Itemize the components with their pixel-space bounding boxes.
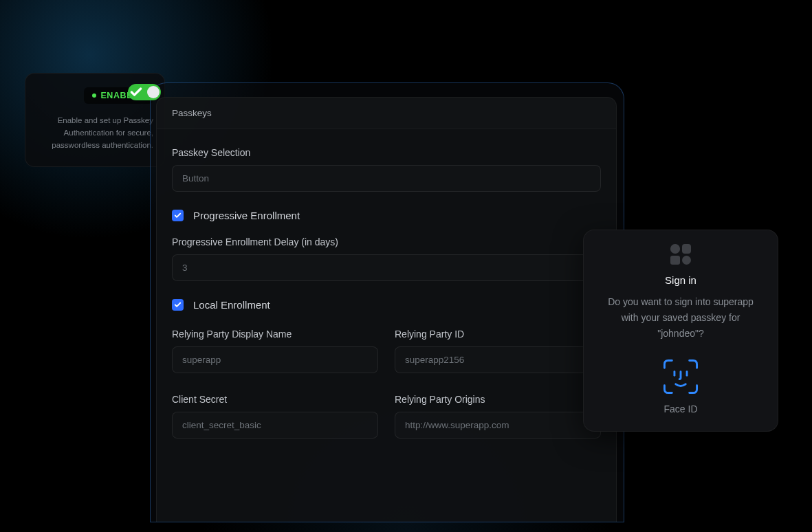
enable-description: Enable and set up Passkey Authentication… (36, 115, 153, 151)
toggle-knob (147, 86, 160, 98)
check-icon (129, 85, 143, 99)
rp-id-input[interactable]: superapp2156 (395, 346, 601, 373)
client-secret-input[interactable]: client_secret_basic (172, 412, 378, 439)
enable-toggle[interactable] (128, 84, 161, 100)
progressive-enrollment-label: Progressive Enrollment (193, 210, 300, 221)
client-secret-label: Client Secret (172, 394, 378, 405)
rp-display-name-input[interactable]: superapp (172, 346, 378, 373)
rp-origins-input[interactable]: http://www.superapp.com (395, 412, 601, 439)
passkey-selection-label: Passkey Selection (172, 147, 601, 158)
config-panel: Passkeys Passkey Selection Button Progre… (156, 97, 617, 522)
faceid-icon[interactable] (661, 357, 701, 397)
progressive-enrollment-checkbox[interactable] (172, 210, 184, 221)
app-logo-icon (670, 244, 691, 265)
local-enrollment-checkbox[interactable] (172, 299, 184, 311)
status-dot-icon (92, 93, 96, 98)
signin-title: Sign in (599, 274, 762, 286)
local-enrollment-label: Local Enrollment (193, 299, 270, 311)
rp-origins-value: http://www.superapp.com (405, 420, 509, 430)
rp-display-name-label: Relying Party Display Name (172, 329, 378, 340)
client-secret-value: client_secret_basic (182, 420, 261, 430)
rp-id-value: superapp2156 (405, 355, 464, 365)
panel-title: Passkeys (157, 98, 616, 129)
rp-id-label: Relying Party ID (395, 329, 601, 340)
rp-origins-label: Relying Party Origins (395, 394, 601, 405)
signin-message: Do you want to sign into superapp with y… (599, 294, 762, 342)
passkey-selection-value: Button (182, 173, 209, 184)
passkey-selection-input[interactable]: Button (172, 165, 601, 192)
progressive-delay-input[interactable]: 3 (172, 254, 601, 281)
progressive-delay-label: Progressive Enrollment Delay (in days) (172, 236, 601, 247)
config-outer-panel: Passkeys Passkey Selection Button Progre… (150, 82, 624, 522)
rp-display-name-value: superapp (182, 355, 221, 365)
progressive-delay-value: 3 (182, 263, 188, 273)
signin-prompt: Sign in Do you want to sign into superap… (583, 230, 778, 432)
faceid-label: Face ID (599, 403, 762, 414)
